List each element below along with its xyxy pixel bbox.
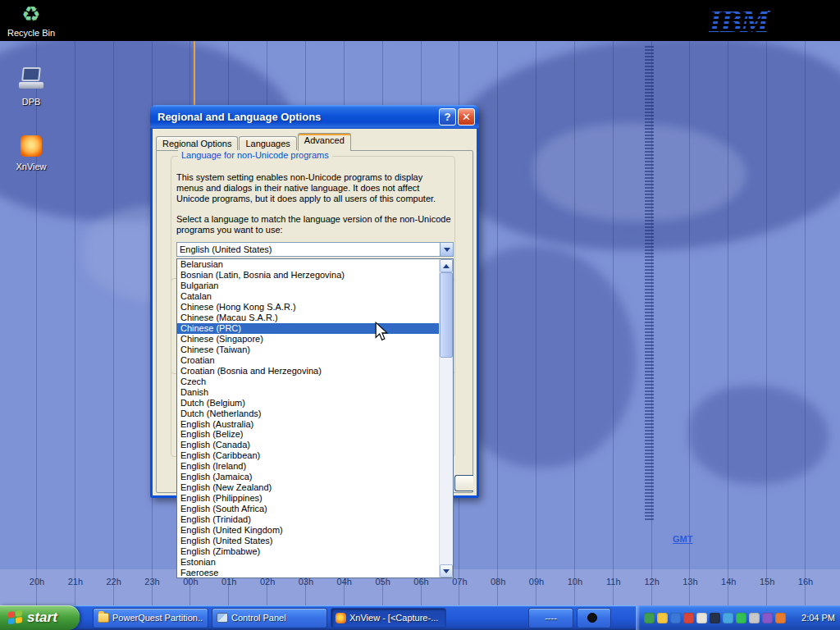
tray-icon-area <box>644 613 797 623</box>
scrollbar-track[interactable] <box>440 272 453 564</box>
battery-icon[interactable] <box>749 613 760 623</box>
task-button-label: Control Panel <box>231 613 286 623</box>
list-item[interactable]: Danish <box>177 386 439 397</box>
hour-label: 20h <box>24 577 50 587</box>
list-item[interactable]: Bosnian (Latin, Bosnia and Herzegovina) <box>177 270 439 281</box>
remove-hardware-icon[interactable] <box>644 613 655 623</box>
network-icon[interactable] <box>670 613 681 623</box>
task-button[interactable]: PowerQuest Partition... <box>93 608 208 628</box>
list-item[interactable]: Chinese (PRC) <box>177 323 439 334</box>
task-button[interactable]: XnView - [<Capture-... <box>331 608 446 628</box>
list-item[interactable]: Faeroese <box>177 567 439 578</box>
list-item[interactable]: Croatian <box>177 354 439 365</box>
list-item[interactable]: English (Caribbean) <box>177 450 439 461</box>
scroll-down-button[interactable] <box>440 564 453 578</box>
system-tray: 2:04 PM <box>636 605 840 630</box>
instruction-paragraph: Select a language to match the language … <box>176 214 452 235</box>
list-item[interactable]: English (Australia) <box>177 418 439 429</box>
listbox-scrollbar[interactable] <box>439 259 453 578</box>
hour-label: 15h <box>754 577 780 587</box>
hour-label: 12h <box>639 577 665 587</box>
hour-label: 21h <box>62 577 89 587</box>
list-item[interactable]: Chinese (Hong Kong S.A.R.) <box>177 302 439 313</box>
list-item[interactable]: Dutch (Netherlands) <box>177 408 439 418</box>
list-item[interactable]: Chinese (Singapore) <box>177 334 439 345</box>
task-icon <box>336 613 346 623</box>
list-item[interactable]: English (Belize) <box>177 429 439 440</box>
hour-line <box>36 41 37 607</box>
hour-line <box>613 41 614 607</box>
combobox-dropdown-button[interactable] <box>440 243 453 256</box>
task-button[interactable]: ---- <box>528 608 573 628</box>
hour-line <box>536 41 536 607</box>
volume-icon[interactable] <box>657 613 668 623</box>
list-item[interactable]: Bulgarian <box>177 281 439 291</box>
tab[interactable]: Languages <box>239 136 296 151</box>
tab[interactable]: Advanced <box>298 133 351 151</box>
task-button[interactable] <box>577 608 611 628</box>
start-button[interactable]: start <box>0 605 80 630</box>
task-button[interactable]: Control Panel <box>212 608 327 628</box>
update-icon[interactable] <box>723 613 733 623</box>
list-item[interactable]: English (Zimbabwe) <box>177 546 439 556</box>
dialog-button-fragment[interactable] <box>454 475 473 491</box>
list-item[interactable]: Belarusian <box>177 259 439 270</box>
list-item[interactable]: Chinese (Taiwan) <box>177 345 439 355</box>
messenger-icon[interactable] <box>736 613 746 623</box>
xnview-shortcut[interactable]: XnView <box>2 135 61 171</box>
list-item[interactable]: English (Ireland) <box>177 461 439 472</box>
dateline-band <box>645 46 654 522</box>
hour-line <box>805 41 806 607</box>
list-item[interactable]: Catalan <box>177 291 439 302</box>
list-item[interactable]: Dutch (Belgium) <box>177 397 439 408</box>
list-item[interactable]: Estonian <box>177 556 439 567</box>
scroll-up-button[interactable] <box>440 259 453 272</box>
list-item[interactable]: Croatian (Bosnia and Herzegovina) <box>177 365 439 376</box>
list-item[interactable]: English (United States) <box>177 535 439 546</box>
task-icon <box>587 613 597 623</box>
ibm-logo: IBM <box>709 2 768 40</box>
close-button[interactable]: ✕ <box>458 108 475 126</box>
hour-line <box>113 41 114 607</box>
dpb-shortcut[interactable]: DPB <box>2 67 61 107</box>
hour-line <box>689 41 690 607</box>
list-item[interactable]: English (Jamaica) <box>177 472 439 482</box>
clipboard-icon[interactable] <box>696 613 707 623</box>
tab-label: Languages <box>245 139 290 148</box>
task-button-label: XnView - [<Capture-... <box>349 613 438 623</box>
display-icon[interactable] <box>710 613 720 623</box>
hour-label: 09h <box>523 577 550 587</box>
list-item[interactable]: English (Canada) <box>177 440 439 450</box>
help-button[interactable]: ? <box>439 108 456 126</box>
tab[interactable]: Regional Options <box>156 136 238 151</box>
list-item[interactable]: English (United Kingdom) <box>177 524 439 535</box>
hour-label: 13h <box>677 577 703 587</box>
mouse-cursor <box>374 322 389 345</box>
ibm-logo-stripes <box>709 2 768 40</box>
hour-label: 08h <box>485 577 511 587</box>
recycle-bin-shortcut[interactable]: ♻ Recycle Bin <box>2 2 61 38</box>
language-combobox[interactable]: English (United States) <box>176 242 454 257</box>
list-item[interactable]: English (New Zealand) <box>177 482 439 493</box>
list-item[interactable]: English (Philippines) <box>177 493 439 504</box>
hour-label: 14h <box>715 577 742 587</box>
hour-line <box>728 41 728 607</box>
dialog-title: Regional and Language Options <box>158 111 437 123</box>
hour-label: 11h <box>600 577 627 587</box>
taskbar-clock[interactable]: 2:04 PM <box>797 613 835 623</box>
list-item[interactable]: English (South Africa) <box>177 504 439 514</box>
list-item[interactable]: English (Trinidad) <box>177 514 439 525</box>
list-item[interactable]: Czech <box>177 376 439 386</box>
taskbar: start PowerQuest Partition... Control Pa… <box>0 605 840 630</box>
task-button-area: PowerQuest Partition... Control Panel Xn… <box>80 605 636 630</box>
desktop: 20h21h22h23h00h01h02h03h04h05h06h07h08h0… <box>0 0 840 630</box>
combobox-value: English (United States) <box>177 244 440 254</box>
dialog-titlebar[interactable]: Regional and Language Options ? ✕ <box>150 105 479 129</box>
scrollbar-thumb[interactable] <box>440 272 453 358</box>
list-item[interactable]: Chinese (Macau S.A.R.) <box>177 313 439 323</box>
usb-icon[interactable] <box>762 613 773 623</box>
antivirus-icon[interactable] <box>683 613 694 623</box>
firewall-icon[interactable] <box>775 613 786 623</box>
tab-strip: Regional Options Languages Advanced <box>156 133 352 151</box>
tab-label: Advanced <box>304 135 345 145</box>
